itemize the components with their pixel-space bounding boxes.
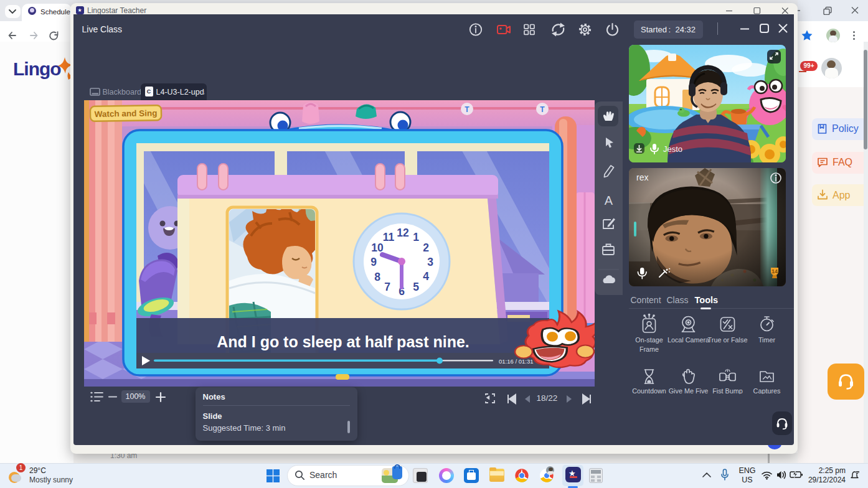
- svg-text:3: 3: [427, 256, 433, 268]
- svg-text:14: 14: [771, 268, 778, 274]
- svg-text:4: 4: [423, 270, 429, 283]
- svg-text:True or False: True or False: [707, 336, 747, 344]
- svg-text:And I go to sleep at half past: And I go to sleep at half past nine.: [217, 333, 469, 350]
- svg-text:rex: rex: [636, 172, 648, 182]
- svg-text:Captures: Captures: [753, 387, 780, 394]
- svg-text:8: 8: [374, 271, 380, 283]
- svg-text:Watch and Sing: Watch and Sing: [95, 108, 158, 119]
- svg-text:Jesto: Jesto: [663, 144, 682, 154]
- svg-text:9: 9: [370, 256, 377, 268]
- svg-text:Frame: Frame: [639, 345, 658, 353]
- svg-text:Give Me Five: Give Me Five: [668, 387, 708, 394]
- svg-text:11: 11: [383, 231, 395, 243]
- svg-text:Countdown: Countdown: [632, 387, 666, 394]
- svg-text:10: 10: [371, 242, 384, 254]
- svg-text:Fist Bump: Fist Bump: [712, 387, 743, 394]
- svg-text:On-stage: On-stage: [635, 336, 663, 344]
- svg-text:12: 12: [397, 227, 409, 239]
- svg-text:T: T: [465, 105, 469, 114]
- svg-text:2: 2: [423, 242, 429, 254]
- svg-text:1: 1: [413, 231, 419, 243]
- svg-text:7: 7: [384, 281, 390, 293]
- svg-text:Timer: Timer: [758, 336, 775, 344]
- svg-text:5: 5: [413, 281, 419, 293]
- svg-text:01:16 / 01:31: 01:16 / 01:31: [499, 358, 533, 365]
- svg-text:T: T: [540, 105, 545, 114]
- svg-text:A: A: [604, 194, 613, 207]
- svg-text:Local Camera: Local Camera: [667, 336, 709, 344]
